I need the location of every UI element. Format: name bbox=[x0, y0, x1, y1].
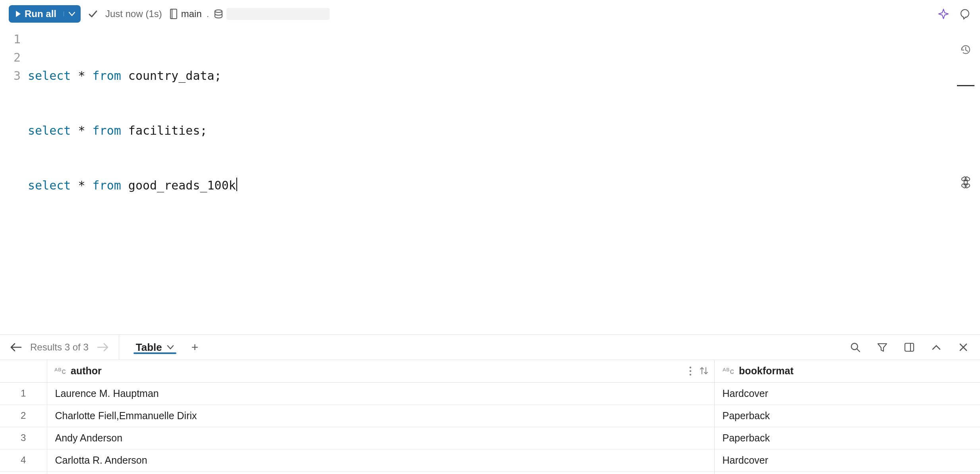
run-status-text: Just now (1s) bbox=[105, 8, 162, 19]
svg-point-8 bbox=[689, 366, 691, 368]
search-results-button[interactable] bbox=[847, 339, 863, 355]
column-header-bookformat[interactable]: ᴬᴮc bookformat bbox=[714, 360, 980, 382]
result-tab-table[interactable]: Table bbox=[131, 341, 179, 354]
line-number: 2 bbox=[0, 48, 21, 67]
row-number: 1 bbox=[0, 382, 47, 404]
text-caret bbox=[236, 178, 237, 191]
row-number: 5 bbox=[0, 471, 47, 474]
chevron-down-icon bbox=[69, 12, 75, 16]
svg-rect-0 bbox=[170, 9, 177, 19]
line-gutter: 1 2 3 bbox=[0, 30, 28, 231]
line-number: 3 bbox=[0, 67, 21, 85]
close-icon bbox=[959, 342, 968, 352]
run-dropdown-chevron[interactable] bbox=[64, 12, 75, 16]
code-line[interactable]: select * from country_data; bbox=[28, 67, 980, 85]
column-header-author[interactable]: ᴬᴮc author bbox=[47, 360, 714, 382]
cell-bookformat[interactable]: Hardcover bbox=[714, 449, 980, 471]
results-toolbar: Results 3 of 3 Table + bbox=[0, 335, 980, 360]
chevron-down-icon bbox=[167, 345, 174, 350]
line-number: 1 bbox=[0, 30, 21, 48]
svg-line-5 bbox=[857, 349, 860, 352]
svg-point-9 bbox=[689, 370, 691, 372]
results-table[interactable]: ᴬᴮc author bbox=[0, 360, 980, 474]
filter-icon bbox=[877, 342, 888, 353]
cell-bookformat[interactable]: null bbox=[714, 471, 980, 474]
catalog-separator: . bbox=[207, 8, 209, 19]
sparkle-icon bbox=[938, 8, 949, 19]
code-line[interactable]: select * from facilities; bbox=[28, 122, 980, 140]
cell-author[interactable]: Laurence M. Hauptman bbox=[47, 382, 714, 404]
svg-rect-6 bbox=[905, 343, 914, 351]
cell-author[interactable]: Charlotte Fiell,Emmanuelle Dirix bbox=[47, 404, 714, 427]
collapse-cell-button[interactable]: — bbox=[957, 75, 974, 93]
table-row[interactable]: 2Charlotte Fiell,Emmanuelle DirixPaperba… bbox=[0, 404, 980, 427]
history-icon bbox=[960, 44, 972, 56]
filter-results-button[interactable] bbox=[874, 339, 890, 355]
add-result-tab-button[interactable]: + bbox=[191, 341, 199, 354]
row-number: 3 bbox=[0, 427, 47, 449]
cell-bookformat[interactable]: Paperback bbox=[714, 404, 980, 427]
catalog-selector[interactable]: main . bbox=[169, 8, 330, 20]
table-row[interactable]: 4Carlotta R. AndersonHardcover bbox=[0, 449, 980, 471]
svg-point-2 bbox=[215, 10, 222, 12]
play-icon bbox=[15, 10, 21, 17]
column-type-icon: ᴬᴮc bbox=[723, 366, 735, 376]
column-type-icon: ᴬᴮc bbox=[54, 366, 66, 376]
editor-toolbar: Run all Just now (1s) main . bbox=[0, 0, 980, 28]
cell-author[interactable]: Jean Leveille bbox=[47, 471, 714, 474]
column-menu-button[interactable] bbox=[689, 366, 692, 376]
tab-menu-chevron[interactable] bbox=[167, 345, 174, 350]
next-result-button[interactable] bbox=[97, 341, 109, 354]
comment-icon bbox=[959, 8, 970, 19]
sort-icon bbox=[699, 366, 709, 375]
toggle-side-panel-button[interactable] bbox=[901, 339, 917, 355]
results-counter: Results 3 of 3 bbox=[30, 342, 89, 353]
chevron-up-icon bbox=[932, 344, 941, 350]
cell-author[interactable]: Andy Anderson bbox=[47, 427, 714, 449]
code-area[interactable]: select * from country_data; select * fro… bbox=[28, 30, 980, 231]
column-name: bookformat bbox=[739, 365, 794, 377]
keyboard-shortcuts-button[interactable] bbox=[960, 176, 972, 188]
close-results-button[interactable] bbox=[955, 339, 971, 355]
catalog-name: main bbox=[181, 8, 202, 19]
collapse-results-button[interactable] bbox=[928, 339, 944, 355]
svg-point-3 bbox=[961, 10, 969, 17]
command-icon bbox=[960, 176, 972, 188]
column-name: author bbox=[71, 365, 102, 377]
history-button[interactable] bbox=[960, 44, 972, 56]
svg-point-10 bbox=[689, 373, 691, 375]
assistant-button[interactable] bbox=[936, 7, 951, 21]
row-number: 2 bbox=[0, 404, 47, 427]
arrow-left-icon bbox=[10, 342, 22, 352]
run-all-label: Run all bbox=[25, 8, 56, 19]
comments-button[interactable] bbox=[958, 7, 972, 21]
cell-author[interactable]: Carlotta R. Anderson bbox=[47, 449, 714, 471]
database-icon bbox=[214, 9, 223, 19]
cell-bookformat[interactable]: Hardcover bbox=[714, 382, 980, 404]
cell-bookformat[interactable]: Paperback bbox=[714, 427, 980, 449]
check-icon bbox=[88, 9, 98, 19]
table-row[interactable]: 1Laurence M. HauptmanHardcover bbox=[0, 382, 980, 404]
kebab-icon bbox=[689, 366, 692, 376]
schema-name-redacted bbox=[226, 8, 330, 20]
row-number-header bbox=[0, 360, 47, 382]
row-number: 4 bbox=[0, 449, 47, 471]
notebook-icon bbox=[169, 8, 178, 19]
result-tab-label: Table bbox=[136, 341, 162, 354]
arrow-right-icon bbox=[97, 342, 109, 352]
prev-result-button[interactable] bbox=[10, 341, 22, 354]
table-row[interactable]: 3Andy AndersonPaperback bbox=[0, 427, 980, 449]
search-icon bbox=[850, 342, 861, 353]
table-row[interactable]: 5Jean Leveillenull bbox=[0, 471, 980, 474]
panel-icon bbox=[904, 342, 915, 353]
code-line[interactable]: select * from good_reads_100k bbox=[28, 176, 980, 195]
column-sort-button[interactable] bbox=[699, 366, 709, 376]
sql-editor[interactable]: 1 2 3 select * from country_data; select… bbox=[0, 28, 980, 231]
run-all-button[interactable]: Run all bbox=[9, 5, 81, 23]
